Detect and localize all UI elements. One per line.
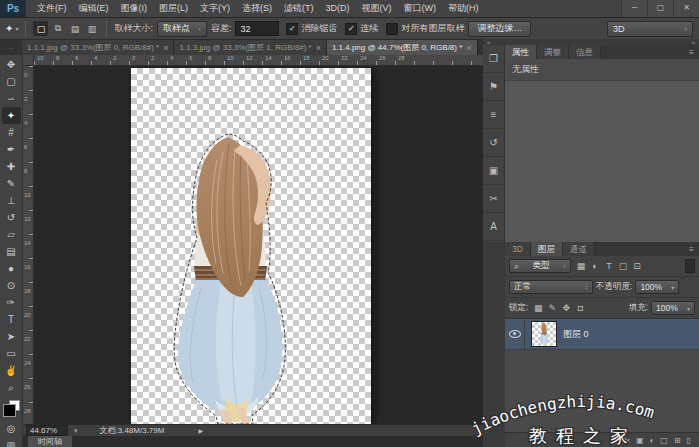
- styles-panel-icon[interactable]: ≡: [483, 101, 504, 129]
- timeline-tab[interactable]: 时间轴: [28, 436, 72, 447]
- layer-row[interactable]: 图层 0: [505, 319, 699, 350]
- menu-item[interactable]: 编辑(E): [73, 0, 115, 17]
- lock-all-icon[interactable]: ◘: [573, 301, 587, 315]
- option-checkbox[interactable]: ✓消除锯齿: [286, 22, 337, 35]
- history-brush-tool[interactable]: ↺: [2, 209, 21, 226]
- brush-tool[interactable]: ✎: [2, 175, 21, 192]
- checkbox-box[interactable]: ✓: [286, 23, 298, 35]
- panel-tab[interactable]: 图层: [531, 242, 563, 256]
- screen-mode-button[interactable]: ▥: [2, 437, 21, 447]
- blend-mode-dropdown[interactable]: 正常↕: [509, 280, 593, 294]
- crop-tool[interactable]: #: [2, 124, 21, 141]
- adjustment-layer-icon[interactable]: ◐: [649, 436, 654, 445]
- filter-smart-objects-icon[interactable]: ⊡: [630, 259, 644, 273]
- status-menu-arrow-icon[interactable]: ▶: [198, 427, 203, 434]
- history-panel-icon[interactable]: ↺: [483, 129, 504, 157]
- intersect-selection-mode[interactable]: ▥: [84, 21, 99, 36]
- checkbox-box[interactable]: [386, 23, 398, 35]
- checkbox-box[interactable]: ✓: [345, 23, 357, 35]
- lock-position-icon[interactable]: ✥: [559, 301, 573, 315]
- add-to-selection-mode[interactable]: ⧉: [50, 21, 65, 36]
- layer-group-icon[interactable]: ▢: [660, 436, 668, 445]
- marquee-tool[interactable]: ▢: [2, 73, 21, 90]
- clone-stamp-tool[interactable]: ⊥: [2, 192, 21, 209]
- notes-panel-icon[interactable]: ✂: [483, 185, 504, 213]
- new-selection-mode[interactable]: ▢: [33, 21, 48, 36]
- menu-item[interactable]: 文字(Y): [194, 0, 236, 17]
- menu-item[interactable]: 图像(I): [115, 0, 154, 17]
- workspace-switcher[interactable]: 3D↕: [607, 21, 693, 37]
- opacity-dropdown[interactable]: 100%▾: [635, 280, 679, 294]
- pen-tool[interactable]: ✑: [2, 294, 21, 311]
- option-checkbox[interactable]: 对所有图层取样: [386, 22, 464, 35]
- ruler-vertical[interactable]: 0246810121416182022242628: [23, 66, 34, 424]
- layer-name[interactable]: 图层 0: [563, 328, 589, 341]
- lasso-tool[interactable]: ∽: [2, 90, 21, 107]
- menu-item[interactable]: 文件(F): [31, 0, 73, 17]
- menu-item[interactable]: 选择(S): [236, 0, 278, 17]
- filter-shape-layers-icon[interactable]: ▢: [616, 259, 630, 273]
- 3d-panel-icon[interactable]: ❐: [483, 45, 504, 73]
- close-icon[interactable]: ×: [466, 43, 471, 53]
- panel-menu-icon[interactable]: ≡: [689, 243, 699, 256]
- panel-tab[interactable]: 属性: [505, 45, 537, 59]
- panel-tab[interactable]: 通道: [563, 242, 595, 256]
- zoom-tool[interactable]: ⌕: [2, 379, 21, 396]
- layer-visibility-toggle[interactable]: [505, 319, 525, 349]
- ruler-horizontal[interactable]: 1086420246810121416182022242628: [34, 55, 483, 66]
- document-tab[interactable]: 1.1.3.jpg @ 33.3%(图层 1, RGB/8#) *×: [174, 40, 326, 55]
- link-layers-icon[interactable]: ∞: [612, 436, 618, 445]
- sample-size-dropdown[interactable]: 取样点↕: [157, 21, 207, 37]
- toolbar-collapse-grip[interactable]: ∙∙: [0, 41, 22, 55]
- magic-wand-tool[interactable]: ✦: [2, 107, 21, 124]
- close-icon[interactable]: ×: [316, 43, 321, 53]
- document-tab[interactable]: 1.1.4.png @ 44.7%(图层 0, RGB/8) *×: [327, 40, 478, 55]
- menu-item[interactable]: 视图(V): [356, 0, 398, 17]
- panel-tab[interactable]: 信息: [569, 45, 601, 59]
- delete-layer-icon[interactable]: ▯: [687, 436, 691, 445]
- layer-thumbnail[interactable]: [531, 321, 557, 347]
- tolerance-input[interactable]: 32: [235, 21, 279, 36]
- window-control-button[interactable]: ✕: [673, 0, 699, 17]
- eraser-tool[interactable]: ▱: [2, 226, 21, 243]
- lock-transparency-icon[interactable]: ▦: [531, 301, 545, 315]
- character-panel-icon[interactable]: A: [483, 213, 504, 241]
- window-control-button[interactable]: ▢: [647, 0, 673, 17]
- layer-mask-icon[interactable]: ▣: [636, 436, 644, 445]
- panel-tab[interactable]: 调整: [537, 45, 569, 59]
- panel-menu-icon[interactable]: ≡: [689, 46, 699, 59]
- filter-adjustment-layers-icon[interactable]: ◐: [588, 259, 602, 273]
- zoom-level-field[interactable]: 44.67%: [26, 425, 68, 436]
- blur-tool[interactable]: ●: [2, 260, 21, 277]
- layer-style-icon[interactable]: fx: [624, 436, 630, 445]
- magic-wand-icon[interactable]: ✦▾: [5, 23, 18, 34]
- filter-type-layers-icon[interactable]: T: [602, 259, 616, 273]
- canvas-area[interactable]: 1086420246810121416182022242628 02468101…: [23, 55, 483, 424]
- gradient-tool[interactable]: ▤: [2, 243, 21, 260]
- menu-item[interactable]: 帮助(H): [442, 0, 485, 17]
- menu-item[interactable]: 滤镜(T): [278, 0, 320, 17]
- document-tab[interactable]: 1.1.1.jpg @ 33.3%(图层 0, RGB/8#) *×: [22, 40, 174, 55]
- menu-item[interactable]: 图层(L): [153, 0, 194, 17]
- color-swatches[interactable]: [3, 400, 20, 417]
- subtract-from-selection-mode[interactable]: ▤: [67, 21, 82, 36]
- filter-toggle-switch[interactable]: [685, 259, 695, 273]
- healing-brush-tool[interactable]: ✚: [2, 158, 21, 175]
- fill-dropdown[interactable]: 100%▾: [651, 301, 695, 315]
- type-tool[interactable]: T: [2, 311, 21, 328]
- move-tool[interactable]: ✥: [2, 56, 21, 73]
- option-checkbox[interactable]: ✓连续: [345, 22, 378, 35]
- new-layer-icon[interactable]: ⊞: [674, 436, 681, 445]
- refine-edge-button[interactable]: 调整边缘…: [468, 21, 531, 37]
- document-canvas[interactable]: [131, 68, 371, 424]
- menu-item[interactable]: 窗口(W): [398, 0, 443, 17]
- path-selection-tool[interactable]: ➤: [2, 328, 21, 345]
- foreground-color-swatch[interactable]: [3, 404, 16, 417]
- close-icon[interactable]: ×: [163, 43, 168, 53]
- hand-tool[interactable]: ✌: [2, 362, 21, 379]
- panel-tab[interactable]: 3D: [505, 242, 531, 256]
- filter-pixel-layers-icon[interactable]: ▦: [574, 259, 588, 273]
- lock-pixels-icon[interactable]: ✎: [545, 301, 559, 315]
- shape-tool[interactable]: ▭: [2, 345, 21, 362]
- dodge-tool[interactable]: ⊙: [2, 277, 21, 294]
